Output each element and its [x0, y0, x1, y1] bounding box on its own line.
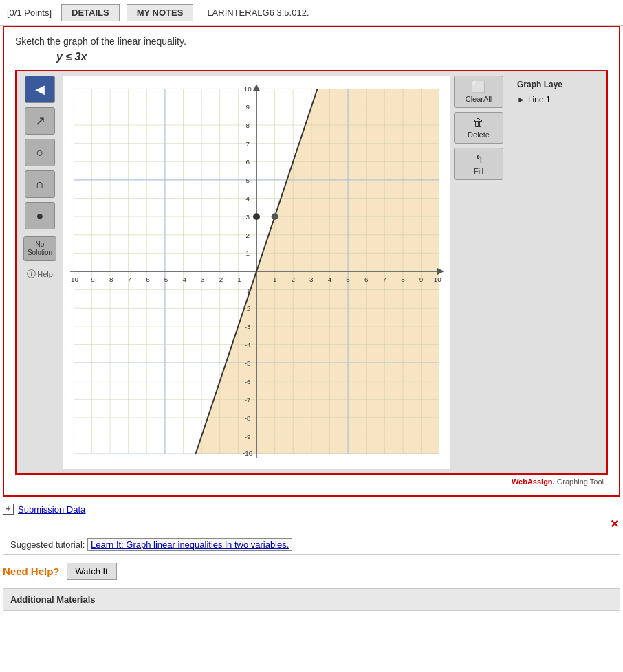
svg-text:-7: -7	[125, 276, 131, 283]
need-help-label: Need Help?	[3, 565, 60, 577]
graph-svg[interactable]: -10 -9 -8 -7 -6 -5 -4 -3 -2 -1 1 2 3 4 5…	[63, 76, 450, 467]
no-solution-button[interactable]: No Solution	[23, 236, 56, 261]
svg-text:-5: -5	[245, 359, 251, 367]
svg-text:2: 2	[291, 276, 294, 283]
svg-text:-4: -4	[180, 276, 186, 283]
svg-text:2: 2	[245, 232, 249, 239]
main-content: Sketch the graph of the linear inequalit…	[3, 26, 620, 497]
problem-ref: LARINTERALG6 3.5.012.	[207, 8, 309, 18]
help-icon: ⓘ	[27, 268, 36, 280]
cursor-tool[interactable]: ◀	[25, 76, 55, 103]
clear-all-button[interactable]: ⬜ ClearAll	[454, 76, 503, 108]
svg-text:3: 3	[245, 213, 250, 221]
expand-icon[interactable]: +	[3, 504, 14, 515]
svg-text:-10: -10	[243, 449, 253, 457]
graph-container: ◀ ↗ ○ ∩ ● No Solution ⓘ Help	[15, 70, 608, 475]
tab-details[interactable]: DETAILS	[61, 4, 120, 21]
svg-text:1: 1	[245, 249, 249, 257]
fill-icon: ↰	[457, 153, 500, 166]
svg-text:6: 6	[364, 276, 369, 283]
svg-text:-9: -9	[245, 433, 251, 440]
svg-text:-3: -3	[245, 323, 251, 331]
svg-text:-8: -8	[245, 414, 251, 422]
svg-text:-6: -6	[245, 378, 251, 385]
right-panel: ⬜ ClearAll 🗑 Delete ↰ Fill	[454, 76, 509, 469]
point-marker-2	[272, 213, 278, 220]
svg-text:-8: -8	[107, 276, 113, 283]
suggested-text: Suggested tutorial:	[10, 539, 85, 550]
tab-my-notes[interactable]: MY NOTES	[127, 4, 194, 21]
svg-text:-5: -5	[162, 276, 168, 283]
svg-text:9: 9	[245, 103, 250, 111]
additional-materials-label: Additional Materials	[10, 594, 96, 605]
svg-text:4: 4	[245, 194, 250, 202]
watch-it-button[interactable]: Watch It	[67, 563, 117, 580]
svg-text:5: 5	[245, 177, 250, 184]
graph-area[interactable]: -10 -9 -8 -7 -6 -5 -4 -3 -2 -1 1 2 3 4 5…	[63, 76, 450, 469]
curve-icon: ∩	[36, 177, 45, 192]
clear-all-icon: ⬜	[457, 80, 500, 93]
need-help-row: Need Help? Watch It	[3, 560, 620, 583]
svg-text:9: 9	[419, 276, 424, 283]
svg-text:1: 1	[273, 276, 276, 283]
tool-panel: ◀ ↗ ○ ∩ ● No Solution ⓘ Help	[21, 76, 59, 469]
svg-text:-9: -9	[89, 276, 95, 283]
math-equation: y ≤ 3x	[56, 51, 608, 63]
suggested-tutorial: Suggested tutorial: Learn It: Graph line…	[3, 535, 620, 555]
cursor-icon: ◀	[35, 82, 45, 97]
ellipse-icon: ○	[36, 146, 44, 160]
point-marker	[253, 213, 260, 220]
graphing-tool-label: Graphing Tool	[557, 478, 604, 486]
svg-text:8: 8	[245, 122, 250, 129]
svg-text:-2: -2	[217, 276, 223, 283]
submission-label: Submission Data	[18, 504, 85, 515]
layer-item-line1[interactable]: ► Line 1	[517, 95, 598, 104]
svg-text:8: 8	[401, 276, 405, 283]
additional-materials-section: Additional Materials	[3, 588, 620, 611]
point-tool[interactable]: ●	[25, 202, 55, 229]
svg-text:6: 6	[245, 158, 250, 166]
close-button[interactable]: ✕	[4, 517, 619, 530]
svg-text:10: 10	[244, 85, 252, 93]
svg-text:3: 3	[309, 276, 314, 283]
top-bar: [0/1 Points] DETAILS MY NOTES LARINTERAL…	[0, 0, 623, 26]
svg-text:-10: -10	[69, 276, 79, 283]
submission-data-row[interactable]: + Submission Data	[3, 504, 620, 515]
points-label: [0/1 Points]	[7, 8, 52, 18]
delete-icon: 🗑	[457, 117, 500, 129]
ellipse-tool[interactable]: ○	[25, 139, 55, 166]
fill-button[interactable]: ↰ Fill	[454, 148, 503, 180]
svg-text:7: 7	[383, 276, 386, 283]
svg-text:-3: -3	[199, 276, 205, 283]
resize-icon: ↗	[35, 113, 45, 128]
webassign-credit: WebAssign. Graphing Tool	[15, 475, 608, 487]
svg-text:-1: -1	[235, 276, 241, 283]
svg-text:-7: -7	[245, 396, 251, 403]
tutorial-link[interactable]: Learn It: Graph linear inequalities in t…	[87, 538, 292, 551]
point-icon: ●	[36, 209, 44, 223]
help-link[interactable]: ⓘ Help	[27, 268, 53, 280]
svg-text:5: 5	[346, 276, 350, 283]
curve-tool[interactable]: ∩	[25, 170, 55, 198]
svg-text:7: 7	[245, 140, 249, 148]
layer-panel-title: Graph Laye	[517, 80, 598, 89]
svg-text:4: 4	[328, 276, 332, 283]
problem-instruction: Sketch the graph of the linear inequalit…	[15, 36, 608, 47]
layer-arrow-icon: ►	[517, 95, 525, 104]
svg-text:-6: -6	[144, 276, 150, 283]
svg-text:10: 10	[434, 276, 441, 283]
graph-layer-panel: Graph Laye ► Line 1	[513, 76, 602, 469]
svg-text:-4: -4	[245, 341, 251, 348]
delete-button[interactable]: 🗑 Delete	[454, 112, 503, 144]
resize-tool[interactable]: ↗	[25, 107, 55, 135]
webassign-brand: WebAssign.	[512, 478, 555, 486]
